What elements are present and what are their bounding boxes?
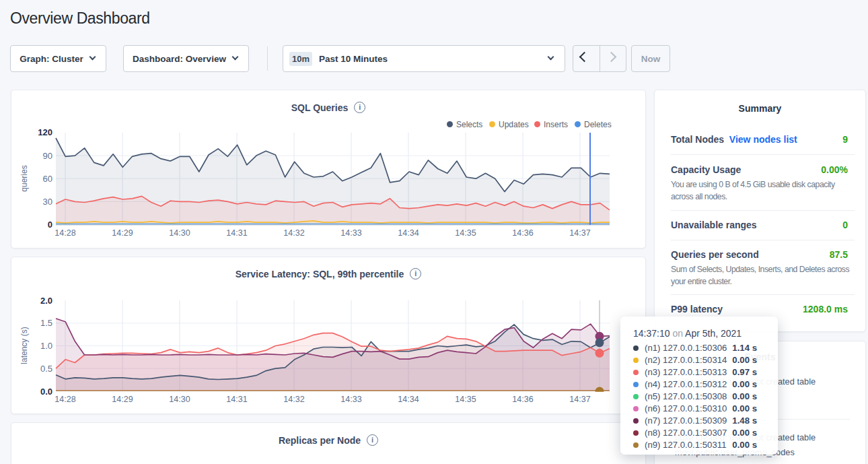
svg-text:14:31: 14:31 <box>226 395 247 404</box>
svg-text:0.0: 0.0 <box>40 387 52 397</box>
svg-text:14:33: 14:33 <box>340 395 361 404</box>
svg-text:14:35: 14:35 <box>455 395 476 404</box>
svg-text:1.5: 1.5 <box>40 318 52 328</box>
svg-text:14:37: 14:37 <box>569 395 590 404</box>
svg-text:14:35: 14:35 <box>455 228 476 238</box>
svg-text:0.5: 0.5 <box>40 364 52 374</box>
svg-text:14:34: 14:34 <box>398 395 419 404</box>
svg-text:14:33: 14:33 <box>340 228 361 238</box>
svg-text:90: 90 <box>43 151 52 161</box>
svg-text:14:36: 14:36 <box>512 228 533 238</box>
svg-text:120: 120 <box>38 127 52 137</box>
svg-text:14:28: 14:28 <box>55 395 75 404</box>
svg-text:14:31: 14:31 <box>226 228 247 238</box>
svg-text:1.0: 1.0 <box>40 341 52 351</box>
svg-text:14:28: 14:28 <box>55 228 75 238</box>
svg-text:14:30: 14:30 <box>169 395 190 404</box>
svg-text:60: 60 <box>43 174 52 184</box>
svg-text:0: 0 <box>48 220 52 230</box>
svg-text:30: 30 <box>43 197 52 207</box>
svg-text:14:37: 14:37 <box>569 228 590 238</box>
svg-text:14:29: 14:29 <box>112 228 133 238</box>
svg-text:latency (s): latency (s) <box>20 327 29 364</box>
svg-text:14:34: 14:34 <box>398 228 419 238</box>
svg-text:14:29: 14:29 <box>112 395 133 404</box>
svg-text:queries: queries <box>20 165 29 191</box>
svg-text:14:32: 14:32 <box>283 228 304 238</box>
svg-text:14:36: 14:36 <box>512 395 533 404</box>
svg-text:14:32: 14:32 <box>283 395 304 404</box>
svg-text:14:30: 14:30 <box>169 228 190 238</box>
svg-text:2.0: 2.0 <box>40 296 52 306</box>
